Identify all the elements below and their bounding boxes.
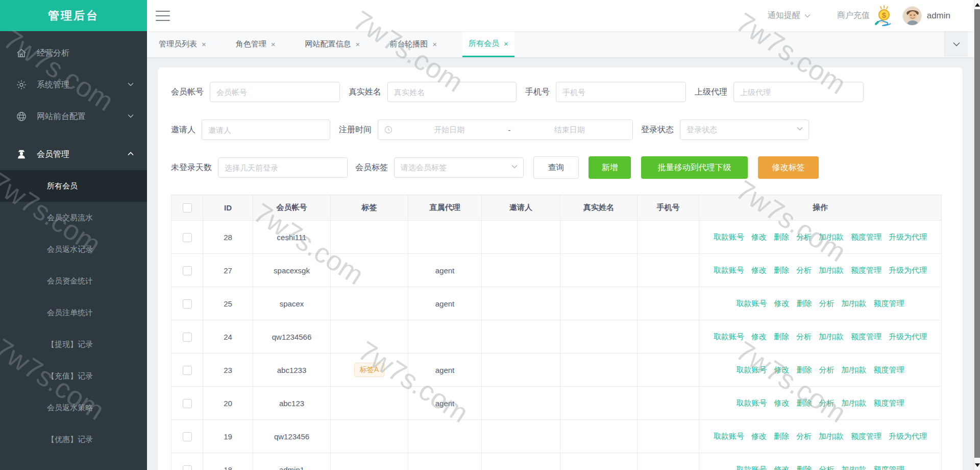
add-button[interactable]: 新增	[589, 156, 631, 179]
action-adjust-funds[interactable]: 加/扣款	[841, 465, 866, 470]
sidebar-item-member-rebate-records[interactable]: 会员返水记录	[0, 233, 147, 265]
action-upgrade-agent[interactable]: 升级为代理	[889, 266, 927, 274]
parent-agent-input[interactable]	[733, 82, 864, 102]
sidebar-item-member-funds-stats[interactable]: 会员资金统计	[0, 265, 147, 297]
close-icon[interactable]: ×	[271, 40, 276, 49]
action-adjust-funds[interactable]: 加/扣款	[819, 432, 844, 440]
vertical-scrollbar[interactable]	[974, 0, 980, 470]
action-analyze[interactable]: 分析	[819, 465, 834, 470]
tab-role-management[interactable]: 角色管理 ×	[232, 31, 280, 57]
tab-site-config[interactable]: 网站配置信息 ×	[301, 31, 364, 57]
action-adjust-funds[interactable]: 加/扣款	[841, 299, 866, 308]
action-withdraw-account[interactable]: 取款账号	[714, 332, 744, 341]
action-adjust-funds[interactable]: 加/扣款	[819, 266, 844, 274]
action-withdraw-account[interactable]: 取款账号	[714, 266, 744, 274]
sidebar-item-system-management[interactable]: 系统管理	[0, 69, 147, 101]
row-checkbox[interactable]	[183, 432, 192, 441]
sidebar-item-member-transactions[interactable]: 会员交易流水	[0, 202, 147, 233]
avatar[interactable]	[902, 6, 922, 26]
close-icon[interactable]: ×	[432, 40, 437, 49]
row-checkbox[interactable]	[183, 465, 192, 470]
action-edit[interactable]: 修改	[774, 398, 789, 407]
action-delete[interactable]: 删除	[796, 299, 812, 308]
inviter-input[interactable]	[202, 120, 330, 140]
sidebar-item-frontend-config[interactable]: 网站前台配置	[0, 101, 147, 132]
close-icon[interactable]: ×	[202, 40, 206, 49]
sidebar-item-rebate-policy[interactable]: 会员返水策略	[0, 392, 147, 424]
close-icon[interactable]: ×	[356, 40, 360, 49]
register-time-range-input[interactable]: 开始日期 - 结束日期	[378, 120, 633, 140]
action-delete[interactable]: 删除	[774, 432, 789, 440]
sidebar-item-business-analysis[interactable]: 经营分析	[0, 37, 147, 69]
menu-toggle-icon[interactable]	[156, 11, 170, 21]
action-analyze[interactable]: 分析	[796, 432, 812, 440]
search-button[interactable]: 查询	[533, 156, 579, 179]
action-withdraw-account[interactable]: 取款账号	[736, 465, 767, 470]
action-quota[interactable]: 额度管理	[874, 398, 904, 407]
action-analyze[interactable]: 分析	[796, 266, 812, 274]
row-checkbox[interactable]	[183, 299, 192, 309]
account-input[interactable]	[210, 82, 340, 102]
action-edit[interactable]: 修改	[751, 332, 767, 341]
action-upgrade-agent[interactable]: 升级为代理	[889, 332, 927, 341]
action-delete[interactable]: 删除	[774, 332, 789, 341]
sidebar-item-promo-records[interactable]: 【优惠】记录	[0, 424, 147, 455]
edit-tag-button[interactable]: 修改标签	[758, 156, 819, 179]
action-withdraw-account[interactable]: 取款账号	[736, 398, 767, 407]
action-analyze[interactable]: 分析	[819, 365, 834, 374]
select-all-checkbox[interactable]	[183, 203, 192, 213]
row-checkbox[interactable]	[183, 233, 192, 242]
action-quota[interactable]: 额度管理	[851, 432, 881, 440]
action-withdraw-account[interactable]: 取款账号	[736, 299, 767, 308]
action-edit[interactable]: 修改	[774, 365, 789, 374]
phone-input[interactable]	[556, 82, 686, 102]
username-label[interactable]: admin	[927, 11, 950, 21]
sidebar-item-member-bet-stats[interactable]: 会员注单统计	[0, 297, 147, 328]
tab-all-members[interactable]: 所有会员 ×	[462, 31, 514, 57]
action-upgrade-agent[interactable]: 升级为代理	[889, 232, 927, 241]
action-delete[interactable]: 删除	[796, 465, 812, 470]
notification-dropdown[interactable]: 通知提醒	[768, 10, 811, 21]
row-checkbox[interactable]	[183, 399, 192, 408]
sidebar-item-recharge-records[interactable]: 【充值】记录	[0, 360, 147, 392]
action-edit[interactable]: 修改	[751, 266, 767, 274]
action-quota[interactable]: 额度管理	[874, 365, 904, 374]
action-analyze[interactable]: 分析	[796, 232, 812, 241]
action-analyze[interactable]: 分析	[819, 398, 834, 407]
sidebar-item-member-management[interactable]: 会员管理	[0, 138, 147, 170]
no-login-days-input[interactable]	[218, 157, 348, 178]
action-adjust-funds[interactable]: 加/扣款	[841, 398, 866, 407]
action-edit[interactable]: 修改	[774, 465, 789, 470]
tab-list-dropdown[interactable]	[944, 31, 968, 57]
action-delete[interactable]: 删除	[774, 232, 789, 241]
scroll-down-arrow-icon[interactable]	[975, 463, 980, 467]
realname-input[interactable]	[387, 82, 517, 102]
merchant-recharge-button[interactable]: 商户充值 $	[837, 5, 894, 27]
action-quota[interactable]: 额度管理	[851, 332, 881, 341]
scroll-up-arrow-icon[interactable]	[975, 3, 980, 7]
row-checkbox[interactable]	[183, 333, 192, 342]
tab-admin-list[interactable]: 管理员列表 ×	[155, 31, 210, 57]
action-quota[interactable]: 额度管理	[874, 299, 904, 308]
action-withdraw-account[interactable]: 取款账号	[736, 365, 767, 374]
action-adjust-funds[interactable]: 加/扣款	[819, 332, 844, 341]
action-quota[interactable]: 额度管理	[874, 465, 904, 470]
action-edit[interactable]: 修改	[751, 432, 767, 440]
row-checkbox[interactable]	[183, 366, 192, 375]
action-quota[interactable]: 额度管理	[851, 266, 881, 274]
action-delete[interactable]: 删除	[774, 266, 789, 274]
action-edit[interactable]: 修改	[751, 232, 767, 241]
close-icon[interactable]: ×	[504, 39, 508, 48]
action-withdraw-account[interactable]: 取款账号	[714, 232, 744, 241]
member-tag-select[interactable]: 请选会员标签	[394, 157, 524, 178]
sidebar-item-withdraw-records[interactable]: 【提现】记录	[0, 328, 147, 360]
action-adjust-funds[interactable]: 加/扣款	[819, 232, 844, 241]
sidebar-item-all-members[interactable]: 所有会员	[0, 170, 147, 202]
login-status-select[interactable]: 登录状态	[680, 120, 809, 140]
action-withdraw-account[interactable]: 取款账号	[714, 432, 744, 440]
action-upgrade-agent[interactable]: 升级为代理	[889, 432, 927, 440]
scrollbar-thumb[interactable]	[974, 9, 980, 458]
action-quota[interactable]: 额度管理	[851, 232, 881, 241]
action-analyze[interactable]: 分析	[819, 299, 834, 308]
tab-carousel[interactable]: 前台轮播图 ×	[385, 31, 441, 57]
